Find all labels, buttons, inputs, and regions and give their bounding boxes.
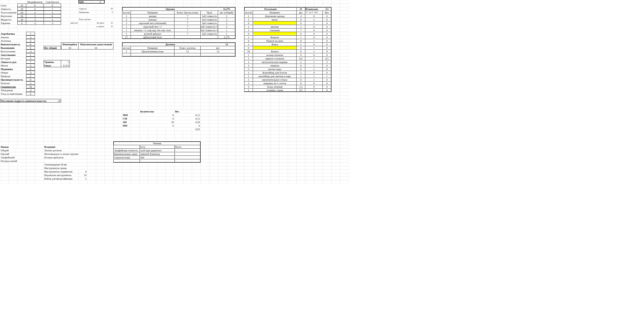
- skill-v-14: 3: [26, 81, 35, 85]
- ability-val-2: 16: [18, 10, 26, 14]
- prof7-v: 10: [78, 173, 87, 177]
- sk3-0: [114, 159, 140, 162]
- coin-tot: 0,82: [174, 127, 200, 131]
- it18-n: увеличительное стекло: [253, 78, 296, 81]
- wt-cur: 50: [61, 46, 78, 50]
- it0-q: 1: [244, 14, 253, 18]
- ac-l: Класс доспеха: [78, 18, 96, 21]
- coin0-w: 0,12: [174, 113, 200, 117]
- it10-w: 0: [296, 50, 305, 53]
- sk2-1: 3к6: [140, 156, 174, 159]
- it6-w: 1: [296, 35, 305, 39]
- ability-val-0: 10: [18, 4, 26, 7]
- ah0: кол-во: [122, 46, 131, 50]
- w-tot: 11,275: [218, 7, 236, 10]
- it17-w: 1: [296, 74, 305, 78]
- wh4: вес (общий): [218, 10, 236, 14]
- it0-t: 0: [323, 14, 332, 18]
- ability-val-5: 6: [18, 21, 26, 25]
- it6-n: Кошель: [253, 35, 296, 39]
- skill-8: Ловкость рук: [0, 60, 26, 64]
- it12-b: 1: [305, 56, 323, 60]
- it18-b: 1: [305, 78, 323, 81]
- prof6-v: 6: [78, 170, 87, 173]
- skill-v-4: 6: [26, 46, 35, 50]
- it13-n: металлические шарики: [253, 60, 296, 64]
- it11-t: 0: [323, 53, 332, 56]
- skill-3: Внимательность: [0, 42, 26, 46]
- w1-d: 1к4+ловкость: [200, 18, 218, 21]
- it15-q: 5: [244, 67, 253, 71]
- it8-n: Фляга: [253, 42, 296, 46]
- ah1: Название: [131, 46, 174, 50]
- wh2: Бонус броска атаки: [174, 10, 200, 14]
- it8-t: 0: [323, 42, 332, 46]
- skill-6: Запугивание: [0, 53, 26, 56]
- skill-4: Выживание: [0, 46, 26, 50]
- coin1-q: 6: [140, 117, 174, 120]
- speed: 30: [105, 7, 114, 10]
- coin2-w: 0,58: [174, 120, 200, 124]
- pp-v: 16: [52, 99, 61, 102]
- it11-n: кольцо-печатка: [253, 53, 296, 56]
- skill-2: Атлетика: [0, 39, 26, 42]
- it2-t: 0: [323, 21, 332, 25]
- it14-t: 0: [323, 64, 332, 67]
- it21-q: 1: [244, 88, 253, 92]
- ability-save-2: 3: [44, 10, 61, 14]
- it3-n: рюкзак: [253, 25, 296, 28]
- it17-b: 1: [305, 74, 323, 78]
- skH0: Есть: [140, 145, 174, 148]
- coin0-q: 6: [140, 113, 174, 117]
- w6-b: [174, 35, 200, 39]
- it16-w: 1: [296, 71, 305, 74]
- w6-w: 1,275: [218, 35, 236, 39]
- w0-n: рапира: [131, 14, 174, 18]
- w5-w: 1: [218, 32, 236, 35]
- it2-w: 0: [296, 21, 305, 25]
- it11-w: 0: [296, 53, 305, 56]
- sh-l: со щитом: [87, 25, 105, 28]
- ah2: Класс доспеха: [174, 46, 200, 50]
- ns-l: без щита: [87, 21, 105, 25]
- ns: 16: [105, 21, 114, 25]
- w4-d: 1к4+ловкость+1: [200, 28, 218, 32]
- prof2: Ручные арбалеты: [44, 156, 87, 159]
- wt-cur-l: Имеющийся: [61, 42, 78, 46]
- it4-n: спальник: [253, 28, 296, 32]
- it21-w: 0,5: [296, 88, 305, 92]
- it16-t: 0: [323, 71, 332, 74]
- ability-save-3: 6: [44, 14, 61, 18]
- skill-v-11: -2: [26, 71, 35, 74]
- it11-q: 1: [244, 53, 253, 56]
- skill-v-3: 6: [26, 42, 35, 46]
- sk2-0: Скрытая атака: [114, 156, 140, 159]
- it5-w: 0: [296, 32, 305, 35]
- it2-q: 0: [244, 21, 253, 25]
- wt-max: 50: [78, 46, 114, 50]
- ability-val-3: 16: [18, 14, 26, 18]
- it15-w: 0: [296, 67, 305, 71]
- it17-q: 1: [244, 74, 253, 78]
- w5-n: ручной арбалет: [131, 32, 174, 35]
- wt-max-l: Максимально допустимый: [78, 42, 114, 46]
- it3-b: 0: [305, 25, 323, 28]
- it14-w: 0: [296, 64, 305, 67]
- prof7: Воровские инструменты: [44, 173, 78, 177]
- lang2: Эльфийский: [0, 156, 26, 159]
- ability-save-0: 0: [44, 4, 61, 7]
- skill-v-17: 6: [26, 92, 35, 96]
- it6-q: 1: [244, 35, 253, 39]
- sk1-0: Криминальные связи: [114, 152, 140, 156]
- w2-q: 1: [122, 21, 131, 25]
- wt-tot-l: Вес общий: [44, 46, 61, 50]
- coin3-l: ПМ: [122, 124, 131, 127]
- ability-save-5: -2: [44, 21, 61, 25]
- skill-5: Выступление: [0, 50, 26, 53]
- lvl-l: Уровень: [44, 60, 61, 64]
- ability-3: Интеллект: [0, 14, 18, 18]
- skill-v-1: 3: [26, 35, 35, 39]
- it17-t: 1: [323, 74, 332, 78]
- it18-w: 0: [296, 78, 305, 81]
- w2-w: 2: [218, 21, 236, 25]
